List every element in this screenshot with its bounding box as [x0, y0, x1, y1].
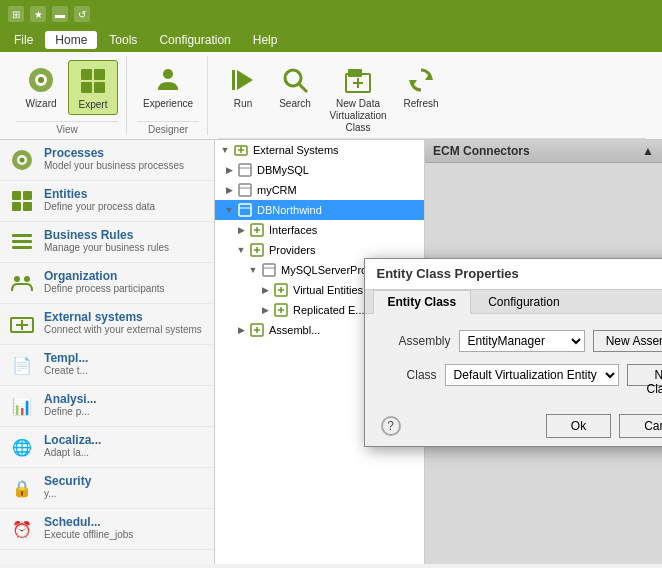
analysis-text: Analysi... Define p... — [44, 392, 97, 417]
assemblies-tree-label: Assembl... — [269, 324, 320, 336]
svg-point-28 — [24, 276, 30, 282]
svg-rect-22 — [12, 202, 21, 211]
sidebar-item-analysis[interactable]: 📊 Analysi... Define p... — [0, 386, 214, 427]
dialog-tab-configuration[interactable]: Configuration — [473, 290, 574, 314]
search-icon — [279, 64, 311, 96]
sidebar-item-external-systems[interactable]: External systems Connect with your exter… — [0, 304, 214, 345]
dialog-overlay: Entity Class Properties × Entity Class C… — [425, 140, 662, 564]
expand-assemblies: ▶ — [235, 324, 247, 336]
svg-rect-3 — [81, 69, 92, 80]
wizard-button[interactable]: Wizard — [16, 60, 66, 113]
menu-file[interactable]: File — [4, 31, 43, 49]
svg-point-9 — [285, 70, 301, 86]
security-desc: y... — [44, 488, 91, 499]
expand-mycrm: ▶ — [223, 184, 235, 196]
sidebar-item-localization[interactable]: 🌐 Localiza... Adapt la... — [0, 427, 214, 468]
view-section-label: View — [16, 121, 118, 135]
security-title: Security — [44, 474, 91, 488]
schedule-icon: ⏰ — [8, 515, 36, 543]
svg-point-19 — [20, 158, 25, 163]
run-button[interactable]: Run — [218, 60, 268, 113]
menu-home[interactable]: Home — [45, 31, 97, 49]
svg-rect-20 — [12, 191, 21, 200]
sidebar-item-security[interactable]: 🔒 Security y... — [0, 468, 214, 509]
schedule-text: Schedul... Execute offline_jobs — [44, 515, 133, 540]
new-dvc-button[interactable]: New Data Virtualization Class — [322, 60, 394, 138]
entity-class-properties-dialog: Entity Class Properties × Entity Class C… — [364, 258, 663, 447]
schedule-title: Schedul... — [44, 515, 133, 529]
dbmysql-tree-icon — [237, 162, 253, 178]
svg-rect-23 — [23, 202, 32, 211]
templates-icon: 📄 — [8, 351, 36, 379]
external-systems-title: External systems — [44, 310, 202, 324]
tree-item-external-systems[interactable]: ▼ External Systems — [215, 140, 424, 160]
sidebar-item-templates[interactable]: 📄 Templ... Create t... — [0, 345, 214, 386]
svg-rect-47 — [263, 264, 275, 276]
localization-desc: Adapt la... — [44, 447, 101, 458]
localization-title: Localiza... — [44, 433, 101, 447]
ribbon-section-view: Wizard Expert View — [8, 56, 127, 135]
new-class-button[interactable]: New Class... — [627, 364, 662, 386]
dialog-tabs: Entity Class Configuration — [365, 290, 663, 314]
analysis-desc: Define p... — [44, 406, 97, 417]
svg-rect-21 — [23, 191, 32, 200]
sidebar-item-entities[interactable]: Entities Define your process data — [0, 181, 214, 222]
assembly-row: Assembly EntityManager New Assembly... — [381, 330, 663, 352]
templates-text: Templ... Create t... — [44, 351, 88, 376]
designer-section-label: Designer — [137, 121, 199, 135]
replicated-e-tree-icon — [273, 302, 289, 318]
svg-rect-6 — [94, 82, 105, 93]
project-buttons: Run Search — [218, 56, 646, 138]
entities-desc: Define your process data — [44, 201, 155, 212]
svg-rect-24 — [12, 234, 32, 237]
tree-item-mycrm[interactable]: ▶ myCRM — [215, 180, 424, 200]
refresh-label: Refresh — [404, 98, 439, 109]
search-label: Search — [279, 98, 311, 109]
star-icon: ★ — [30, 6, 46, 22]
svg-point-7 — [163, 69, 173, 79]
organization-title: Organization — [44, 269, 165, 283]
svg-point-2 — [38, 77, 44, 83]
view-buttons: Wizard Expert — [16, 56, 118, 121]
sidebar-item-schedule[interactable]: ⏰ Schedul... Execute offline_jobs — [0, 509, 214, 550]
cancel-button[interactable]: Cancel — [619, 414, 662, 438]
menu-tools[interactable]: Tools — [99, 31, 147, 49]
dbmysql-tree-label: DBMySQL — [257, 164, 309, 176]
designer-buttons: Experience — [137, 56, 199, 121]
search-button[interactable]: Search — [270, 60, 320, 113]
tree-item-dbmysql[interactable]: ▶ DBMySQL — [215, 160, 424, 180]
providers-tree-icon — [249, 242, 265, 258]
dialog-footer: Ok Cancel — [546, 414, 662, 438]
sidebar-item-processes[interactable]: Processes Model your business processes — [0, 140, 214, 181]
tree-item-interfaces[interactable]: ▶ Interfaces — [215, 220, 424, 240]
assembly-select[interactable]: EntityManager — [459, 330, 585, 352]
refresh-icon — [405, 64, 437, 96]
help-icon[interactable]: ? — [381, 416, 401, 436]
experience-button[interactable]: Experience — [137, 60, 199, 113]
class-select[interactable]: Default Virtualization Entity — [445, 364, 619, 386]
dialog-content: Assembly EntityManager New Assembly... C… — [365, 314, 663, 414]
localization-text: Localiza... Adapt la... — [44, 433, 101, 458]
expand-providers: ▼ — [235, 244, 247, 256]
tree-item-dbnorthwind[interactable]: ▼ DBNorthwind — [215, 200, 424, 220]
class-row: Class Default Virtualization Entity New … — [381, 364, 663, 386]
refresh-button[interactable]: Refresh — [396, 60, 446, 113]
entities-title: Entities — [44, 187, 155, 201]
dialog-tab-entity-class[interactable]: Entity Class — [373, 290, 472, 314]
ribbon: Wizard Expert View — [0, 52, 662, 140]
menu-configuration[interactable]: Configuration — [149, 31, 240, 49]
organization-text: Organization Define process participants — [44, 269, 165, 294]
expert-button[interactable]: Expert — [68, 60, 118, 115]
business-rules-icon — [8, 228, 36, 256]
ok-button[interactable]: Ok — [546, 414, 611, 438]
svg-rect-4 — [94, 69, 105, 80]
wizard-icon — [25, 64, 57, 96]
menu-help[interactable]: Help — [243, 31, 288, 49]
run-icon — [227, 64, 259, 96]
sidebar-item-organization[interactable]: Organization Define process participants — [0, 263, 214, 304]
templates-desc: Create t... — [44, 365, 88, 376]
entities-text: Entities Define your process data — [44, 187, 155, 212]
new-assembly-button[interactable]: New Assembly... — [593, 330, 662, 352]
security-icon: 🔒 — [8, 474, 36, 502]
sidebar-item-business-rules[interactable]: Business Rules Manage your business rule… — [0, 222, 214, 263]
